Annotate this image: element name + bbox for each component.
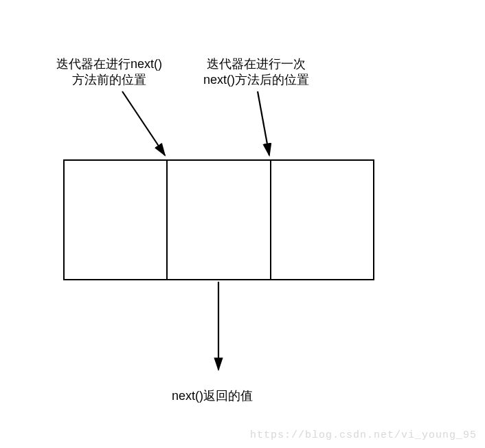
arrow-return-value-icon [0,0,485,448]
watermark: https://blog.csdn.net/vi_young_95 [250,429,477,441]
